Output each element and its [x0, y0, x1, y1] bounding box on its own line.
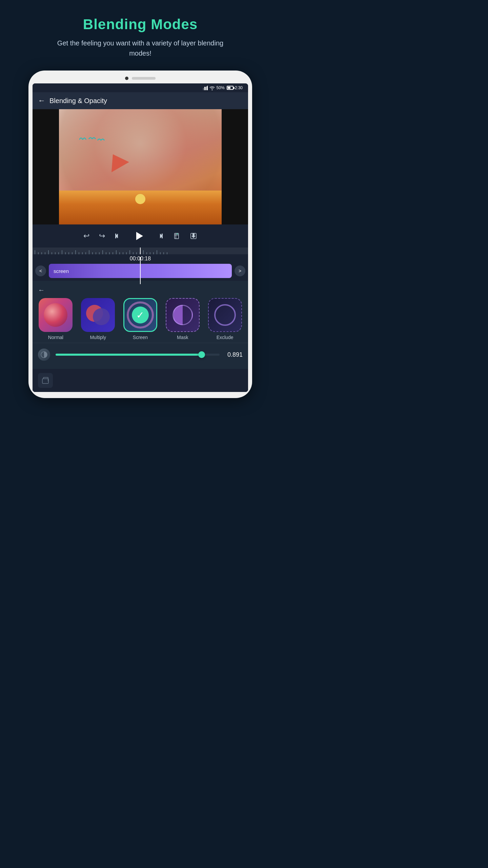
blend-mask-icon — [166, 298, 200, 332]
track-clip[interactable]: screen — [49, 264, 232, 278]
track-row: < screen > — [33, 264, 248, 278]
phone-speaker — [132, 77, 156, 80]
blend-mask-label: Mask — [177, 335, 188, 340]
export-button[interactable] — [190, 232, 197, 240]
blend-mode-multiply[interactable]: Multiply — [81, 298, 115, 340]
video-sunset — [59, 191, 222, 224]
video-preview — [33, 109, 248, 224]
screen-ring — [127, 301, 154, 329]
blend-screen-label: Screen — [133, 335, 148, 340]
layer-icon-area — [33, 369, 248, 392]
opacity-slider-track — [56, 354, 220, 356]
video-birds — [79, 136, 106, 143]
battery-percent: 50% — [217, 85, 225, 90]
blend-mode-screen[interactable]: ✓ Screen — [123, 298, 157, 340]
blend-exclude-icon — [208, 298, 242, 332]
play-button[interactable] — [131, 229, 146, 243]
blend-multiply-label: Multiply — [90, 335, 106, 340]
opacity-icon — [38, 349, 50, 361]
phone-camera — [125, 77, 128, 80]
wifi-icon — [209, 85, 215, 90]
normal-sphere — [44, 303, 67, 327]
header-bar: ← Blending & Opacity — [33, 92, 248, 109]
svg-rect-14 — [42, 379, 48, 383]
svg-marker-1 — [204, 87, 206, 90]
opacity-slider-fill — [56, 354, 202, 356]
battery-icon — [227, 86, 233, 90]
blend-back-button[interactable]: ← — [38, 286, 45, 294]
track-prev-button[interactable]: < — [35, 265, 46, 276]
status-time: 2:30 — [235, 85, 243, 90]
sun-circle — [135, 194, 145, 204]
opacity-slider-thumb[interactable] — [198, 351, 205, 358]
track-clip-label: screen — [54, 268, 69, 274]
phone-frame: 50% 2:30 ← Blending & Opacity — [28, 71, 252, 398]
opacity-value: 0.891 — [225, 351, 243, 358]
undo-button[interactable]: ↩ — [83, 232, 89, 240]
layers-icon — [41, 376, 50, 385]
blend-mode-exclude[interactable]: Exclude — [208, 298, 242, 340]
track-cursor-line — [140, 257, 141, 284]
play-icon — [136, 232, 143, 240]
header-title: Blending & Opacity — [49, 97, 107, 105]
svg-marker-2 — [203, 88, 204, 90]
blend-screen-icon: ✓ — [123, 298, 157, 332]
svg-rect-6 — [162, 234, 163, 238]
blend-normal-icon — [39, 298, 73, 332]
blend-exclude-label: Exclude — [217, 335, 233, 340]
svg-marker-0 — [206, 85, 208, 90]
exclude-circle — [214, 304, 236, 326]
timeline-area[interactable]: .tick { display: inline-block; width: 2p… — [33, 246, 248, 278]
opacity-section: 0.891 — [33, 343, 248, 369]
timeline-ruler: .tick { display: inline-block; width: 2p… — [33, 248, 248, 254]
blend-header: ← — [33, 286, 248, 298]
page-title: Blending Modes — [83, 16, 198, 33]
timeline-cursor — [140, 248, 141, 254]
phone-top-bar — [33, 77, 248, 80]
blend-panel: ← Normal — [33, 281, 248, 392]
layer-icon-button[interactable] — [38, 373, 53, 388]
blend-normal-label: Normal — [48, 335, 63, 340]
redo-button[interactable]: ↪ — [99, 232, 105, 240]
app-screen: 50% 2:30 ← Blending & Opacity — [33, 83, 248, 392]
battery-fill — [228, 87, 231, 89]
skip-forward-button[interactable] — [156, 232, 163, 240]
playback-controls: ↩ ↪ — [33, 224, 248, 246]
multiply-circle2 — [93, 308, 110, 325]
status-bar-icons: 50% 2:30 — [203, 85, 243, 90]
track-next-button[interactable]: > — [235, 265, 245, 276]
mask-half-circle — [172, 305, 193, 325]
opacity-svg-icon — [40, 351, 48, 358]
video-content — [59, 109, 222, 224]
blend-modes-row: Normal Multiply ✓ — [33, 298, 248, 343]
skip-back-button[interactable] — [115, 232, 122, 240]
opacity-slider[interactable] — [56, 354, 220, 356]
signal-icon — [203, 85, 208, 90]
back-button[interactable]: ← — [38, 96, 45, 105]
bookmark-button[interactable] — [173, 232, 180, 240]
svg-rect-4 — [115, 234, 116, 238]
page-subtitle: Get the feeling you want with a variety … — [42, 38, 239, 58]
blend-multiply-icon — [81, 298, 115, 332]
svg-marker-12 — [191, 233, 196, 238]
multiply-circles — [86, 305, 110, 325]
blend-mode-mask[interactable]: Mask — [166, 298, 200, 340]
blend-mode-normal[interactable]: Normal — [39, 298, 73, 340]
status-bar: 50% 2:30 — [33, 83, 248, 92]
